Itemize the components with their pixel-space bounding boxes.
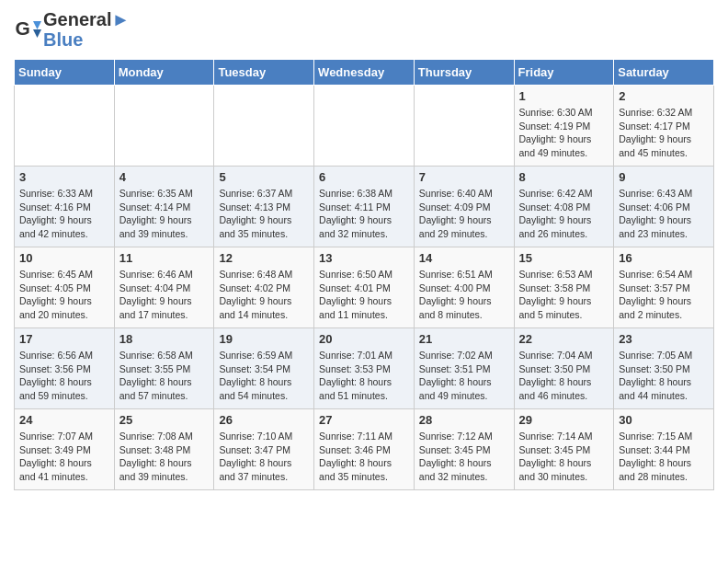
day-info: Sunrise: 7:01 AM Sunset: 3:53 PM Dayligh… <box>319 349 409 403</box>
week-row-2: 3Sunrise: 6:33 AM Sunset: 4:16 PM Daylig… <box>15 167 714 247</box>
day-cell: 12Sunrise: 6:48 AM Sunset: 4:02 PM Dayli… <box>214 247 314 328</box>
day-info: Sunrise: 7:04 AM Sunset: 3:50 PM Dayligh… <box>519 349 609 403</box>
day-info: Sunrise: 6:48 AM Sunset: 4:02 PM Dayligh… <box>219 268 309 322</box>
day-cell: 9Sunrise: 6:43 AM Sunset: 4:06 PM Daylig… <box>614 167 714 247</box>
day-cell: 18Sunrise: 6:58 AM Sunset: 3:55 PM Dayli… <box>114 328 214 409</box>
day-info: Sunrise: 6:45 AM Sunset: 4:05 PM Dayligh… <box>19 268 109 322</box>
day-info: Sunrise: 6:40 AM Sunset: 4:09 PM Dayligh… <box>419 187 509 241</box>
day-info: Sunrise: 6:30 AM Sunset: 4:19 PM Dayligh… <box>519 106 609 160</box>
day-info: Sunrise: 7:08 AM Sunset: 3:48 PM Dayligh… <box>119 430 210 484</box>
day-number: 17 <box>19 332 109 346</box>
day-number: 1 <box>519 89 609 103</box>
day-info: Sunrise: 6:35 AM Sunset: 4:14 PM Dayligh… <box>119 187 210 241</box>
day-number: 16 <box>619 251 709 265</box>
day-cell: 23Sunrise: 7:05 AM Sunset: 3:50 PM Dayli… <box>614 328 714 409</box>
day-info: Sunrise: 6:33 AM Sunset: 4:16 PM Dayligh… <box>19 187 109 241</box>
day-number: 23 <box>619 332 709 346</box>
weekday-header-sunday: Sunday <box>15 60 115 86</box>
day-info: Sunrise: 7:10 AM Sunset: 3:47 PM Dayligh… <box>219 430 309 484</box>
day-number: 22 <box>519 332 609 346</box>
day-cell <box>15 86 115 167</box>
logo: G General► Blue <box>14 9 130 50</box>
day-number: 19 <box>219 332 309 346</box>
day-info: Sunrise: 6:38 AM Sunset: 4:11 PM Dayligh… <box>319 187 409 241</box>
day-info: Sunrise: 7:11 AM Sunset: 3:46 PM Dayligh… <box>319 430 409 484</box>
day-number: 27 <box>319 413 409 427</box>
day-cell: 16Sunrise: 6:54 AM Sunset: 3:57 PM Dayli… <box>614 247 714 328</box>
day-number: 12 <box>219 251 309 265</box>
day-cell: 27Sunrise: 7:11 AM Sunset: 3:46 PM Dayli… <box>314 409 415 490</box>
weekday-header-wednesday: Wednesday <box>314 60 415 86</box>
day-cell: 25Sunrise: 7:08 AM Sunset: 3:48 PM Dayli… <box>114 409 214 490</box>
day-cell: 4Sunrise: 6:35 AM Sunset: 4:14 PM Daylig… <box>114 167 214 247</box>
day-cell: 2Sunrise: 6:32 AM Sunset: 4:17 PM Daylig… <box>614 86 714 167</box>
day-number: 25 <box>119 413 210 427</box>
day-cell: 22Sunrise: 7:04 AM Sunset: 3:50 PM Dayli… <box>514 328 614 409</box>
day-info: Sunrise: 7:14 AM Sunset: 3:45 PM Dayligh… <box>519 430 609 484</box>
day-info: Sunrise: 6:42 AM Sunset: 4:08 PM Dayligh… <box>519 187 609 241</box>
day-cell: 28Sunrise: 7:12 AM Sunset: 3:45 PM Dayli… <box>414 409 514 490</box>
day-info: Sunrise: 6:50 AM Sunset: 4:01 PM Dayligh… <box>319 268 409 322</box>
day-info: Sunrise: 6:37 AM Sunset: 4:13 PM Dayligh… <box>219 187 309 241</box>
day-info: Sunrise: 6:46 AM Sunset: 4:04 PM Dayligh… <box>119 268 210 322</box>
logo-text: General► Blue <box>43 9 130 50</box>
day-number: 4 <box>119 170 210 184</box>
day-number: 5 <box>219 170 309 184</box>
svg-marker-2 <box>33 29 41 38</box>
day-cell: 17Sunrise: 6:56 AM Sunset: 3:56 PM Dayli… <box>15 328 115 409</box>
day-cell <box>414 86 514 167</box>
week-row-5: 24Sunrise: 7:07 AM Sunset: 3:49 PM Dayli… <box>15 409 714 490</box>
day-info: Sunrise: 6:51 AM Sunset: 4:00 PM Dayligh… <box>419 268 509 322</box>
day-info: Sunrise: 6:58 AM Sunset: 3:55 PM Dayligh… <box>119 349 210 403</box>
day-info: Sunrise: 7:15 AM Sunset: 3:44 PM Dayligh… <box>619 430 709 484</box>
logo-icon: G <box>14 16 41 43</box>
day-cell: 5Sunrise: 6:37 AM Sunset: 4:13 PM Daylig… <box>214 167 314 247</box>
day-cell: 10Sunrise: 6:45 AM Sunset: 4:05 PM Dayli… <box>15 247 115 328</box>
day-info: Sunrise: 6:56 AM Sunset: 3:56 PM Dayligh… <box>19 349 109 403</box>
weekday-header-saturday: Saturday <box>614 60 714 86</box>
day-info: Sunrise: 7:12 AM Sunset: 3:45 PM Dayligh… <box>419 430 509 484</box>
svg-marker-1 <box>33 21 41 29</box>
day-cell <box>314 86 415 167</box>
day-cell: 26Sunrise: 7:10 AM Sunset: 3:47 PM Dayli… <box>214 409 314 490</box>
day-cell: 8Sunrise: 6:42 AM Sunset: 4:08 PM Daylig… <box>514 167 614 247</box>
day-cell: 7Sunrise: 6:40 AM Sunset: 4:09 PM Daylig… <box>414 167 514 247</box>
day-number: 7 <box>419 170 509 184</box>
day-cell: 24Sunrise: 7:07 AM Sunset: 3:49 PM Dayli… <box>15 409 115 490</box>
day-info: Sunrise: 7:07 AM Sunset: 3:49 PM Dayligh… <box>19 430 109 484</box>
day-info: Sunrise: 6:53 AM Sunset: 3:58 PM Dayligh… <box>519 268 609 322</box>
day-number: 15 <box>519 251 609 265</box>
day-cell: 20Sunrise: 7:01 AM Sunset: 3:53 PM Dayli… <box>314 328 415 409</box>
day-cell: 13Sunrise: 6:50 AM Sunset: 4:01 PM Dayli… <box>314 247 415 328</box>
calendar-table: SundayMondayTuesdayWednesdayThursdayFrid… <box>14 59 714 490</box>
day-cell: 19Sunrise: 6:59 AM Sunset: 3:54 PM Dayli… <box>214 328 314 409</box>
day-cell <box>114 86 214 167</box>
day-cell: 29Sunrise: 7:14 AM Sunset: 3:45 PM Dayli… <box>514 409 614 490</box>
calendar-container: G General► Blue SundayMondayTuesdayWedne… <box>0 0 728 500</box>
svg-text:G: G <box>16 17 30 39</box>
day-cell: 14Sunrise: 6:51 AM Sunset: 4:00 PM Dayli… <box>414 247 514 328</box>
day-number: 10 <box>19 251 109 265</box>
day-number: 6 <box>319 170 409 184</box>
day-cell: 21Sunrise: 7:02 AM Sunset: 3:51 PM Dayli… <box>414 328 514 409</box>
day-cell: 1Sunrise: 6:30 AM Sunset: 4:19 PM Daylig… <box>514 86 614 167</box>
day-info: Sunrise: 6:54 AM Sunset: 3:57 PM Dayligh… <box>619 268 709 322</box>
day-cell: 11Sunrise: 6:46 AM Sunset: 4:04 PM Dayli… <box>114 247 214 328</box>
day-number: 29 <box>519 413 609 427</box>
week-row-4: 17Sunrise: 6:56 AM Sunset: 3:56 PM Dayli… <box>15 328 714 409</box>
day-info: Sunrise: 6:59 AM Sunset: 3:54 PM Dayligh… <box>219 349 309 403</box>
day-number: 3 <box>19 170 109 184</box>
day-info: Sunrise: 7:05 AM Sunset: 3:50 PM Dayligh… <box>619 349 709 403</box>
day-cell: 15Sunrise: 6:53 AM Sunset: 3:58 PM Dayli… <box>514 247 614 328</box>
day-number: 18 <box>119 332 210 346</box>
day-number: 26 <box>219 413 309 427</box>
weekday-header-friday: Friday <box>514 60 614 86</box>
day-number: 9 <box>619 170 709 184</box>
week-row-3: 10Sunrise: 6:45 AM Sunset: 4:05 PM Dayli… <box>15 247 714 328</box>
day-number: 8 <box>519 170 609 184</box>
day-info: Sunrise: 7:02 AM Sunset: 3:51 PM Dayligh… <box>419 349 509 403</box>
day-cell: 6Sunrise: 6:38 AM Sunset: 4:11 PM Daylig… <box>314 167 415 247</box>
day-number: 21 <box>419 332 509 346</box>
header: G General► Blue <box>14 9 714 50</box>
weekday-header-row: SundayMondayTuesdayWednesdayThursdayFrid… <box>15 60 714 86</box>
